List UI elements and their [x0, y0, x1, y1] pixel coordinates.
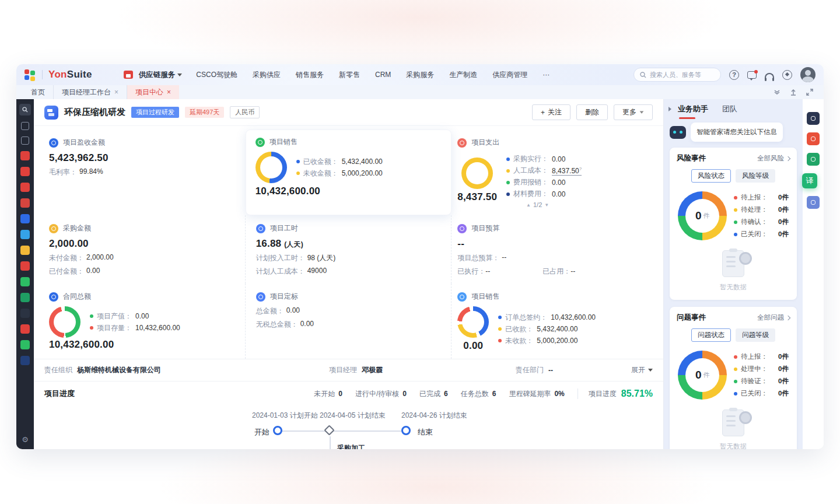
- quick-action-icon[interactable]: [807, 112, 820, 125]
- assistant-tabs: 业务助手 团队: [670, 99, 797, 119]
- quick-action-icon[interactable]: [807, 132, 820, 145]
- nav-item-purchase-supply[interactable]: 采购供应: [253, 70, 281, 80]
- app-icon[interactable]: [20, 356, 30, 365]
- expand-toggle[interactable]: 展开: [631, 365, 653, 375]
- metric-grid: 项目盈收金额 5,423,962.50 毛利率：99.84% 项目销售 已收金额…: [34, 126, 663, 359]
- all-risks-link[interactable]: 全部风险: [757, 154, 790, 163]
- translate-icon[interactable]: 译: [802, 173, 817, 188]
- expense-total: 8,437.50: [457, 191, 497, 203]
- project-dashboard: 环保压缩机研发 项目过程研发 延期497天 人民币 +关注 删除 更多 项目盈收…: [34, 99, 664, 449]
- settings-gear-icon[interactable]: ⚙: [22, 436, 29, 443]
- end-milestone-node[interactable]: [401, 426, 411, 435]
- tab-team[interactable]: 团队: [722, 99, 737, 119]
- legend-item: 已关闭：0件: [734, 230, 789, 239]
- support-headset-icon[interactable]: [765, 73, 774, 79]
- store-icon[interactable]: [124, 71, 133, 79]
- app-icon[interactable]: [20, 167, 30, 176]
- legend-item: 待验证：0件: [734, 377, 789, 386]
- collapse-panel-icon[interactable]: [668, 106, 674, 113]
- issue-level-tab[interactable]: 问题等级: [736, 328, 775, 342]
- document-icon[interactable]: [21, 122, 29, 130]
- global-search[interactable]: [634, 68, 721, 82]
- nav-item-supplier-mgmt[interactable]: 供应商管理: [492, 70, 527, 80]
- nav-item-purchase-service[interactable]: 采购服务: [406, 70, 434, 80]
- explore-icon[interactable]: [782, 70, 792, 80]
- app-icon[interactable]: [20, 198, 30, 208]
- app-icon[interactable]: [20, 293, 30, 302]
- nav-item-new-retail[interactable]: 新零售: [339, 70, 360, 80]
- milestone-date: 2024-04-05 计划结束: [320, 411, 386, 421]
- metric-label: 毛利率：: [49, 167, 77, 177]
- tabbar: 首页 项目经理工作台× 项目中心×: [16, 85, 824, 99]
- help-icon[interactable]: ?: [729, 70, 739, 80]
- app-icon[interactable]: [20, 340, 30, 349]
- nav-supply-chain[interactable]: 供应链服务: [139, 70, 183, 80]
- nav-item-csco[interactable]: CSCO驾驶舱: [196, 70, 237, 80]
- all-issues-link[interactable]: 全部问题: [757, 313, 790, 322]
- upload-icon[interactable]: [790, 89, 797, 96]
- app-icon[interactable]: [20, 246, 30, 255]
- tab-project-center[interactable]: 项目中心×: [127, 85, 179, 99]
- risk-level-tab[interactable]: 风险等级: [736, 169, 775, 183]
- yonyou-logo-icon: [24, 69, 35, 80]
- search-icon: [640, 72, 646, 78]
- nav-item-sales-service[interactable]: 销售服务: [296, 70, 324, 80]
- pager-down-icon[interactable]: ▼: [544, 202, 549, 208]
- legend-item: 采购实行：0.00: [506, 154, 646, 164]
- project-type-badge: 项目过程研发: [131, 107, 179, 118]
- delete-button[interactable]: 删除: [576, 104, 608, 120]
- org-value: 杨斯维特机械设备有限公司: [77, 365, 161, 375]
- sales-donut-chart: [256, 152, 287, 183]
- app-window: YonSuite 供应链服务 CSCO驾驶舱 采购供应 销售服务 新零售 CRM…: [16, 64, 824, 449]
- message-icon[interactable]: [747, 71, 757, 79]
- mid-milestone-node[interactable]: [324, 425, 334, 435]
- search-icon[interactable]: [19, 104, 31, 116]
- follow-button[interactable]: +关注: [532, 104, 570, 120]
- pager-up-icon[interactable]: ▲: [526, 202, 531, 208]
- app-icon[interactable]: [20, 324, 30, 334]
- labor-cost-link[interactable]: 8,437.50?: [552, 166, 582, 176]
- timeline-branch-line: [330, 436, 331, 449]
- fullscreen-icon[interactable]: [806, 89, 813, 96]
- tab-home[interactable]: 首页: [22, 85, 54, 99]
- search-input[interactable]: [650, 71, 714, 78]
- start-milestone-node[interactable]: [273, 426, 282, 435]
- avatar[interactable]: [800, 67, 816, 82]
- progress-stats: 未开始0 进行中/待审核0 已完成6 任务总数6 里程碑延期率0% 项目进度85…: [314, 388, 653, 399]
- quick-action-icon[interactable]: [807, 153, 820, 166]
- app-icon[interactable]: [20, 151, 30, 160]
- legend-item: 费用报销：0.00: [506, 177, 646, 187]
- collapse-tabs-icon[interactable]: [774, 90, 780, 94]
- legend-item: 项目存量：10,432,600.00: [90, 323, 237, 333]
- expense-donut-chart: [461, 158, 493, 189]
- pm-label: 项目经理: [329, 365, 357, 375]
- start-label: 开始: [254, 427, 270, 438]
- chat-icon[interactable]: [21, 136, 29, 145]
- app-body: ⚙ 环保压缩机研发 项目过程研发 延期497天 人民币 +关注 删除 更多: [16, 99, 824, 449]
- app-icon[interactable]: [20, 277, 30, 286]
- nav-item-crm[interactable]: CRM: [375, 71, 391, 79]
- task-name[interactable]: 采购加工: [337, 443, 365, 449]
- page-background: YonSuite 供应链服务 CSCO驾驶舱 采购供应 销售服务 新零售 CRM…: [0, 0, 840, 504]
- tabbar-actions: [774, 89, 818, 96]
- app-icon[interactable]: [20, 261, 30, 271]
- more-button[interactable]: 更多: [614, 104, 653, 120]
- quick-action-icon[interactable]: [807, 196, 820, 209]
- nav-item-manufacturing[interactable]: 生产制造: [449, 70, 477, 80]
- close-icon[interactable]: ×: [114, 88, 118, 96]
- dept-value: --: [548, 366, 553, 374]
- risk-donut-chart: 0件: [678, 191, 727, 240]
- app-icon[interactable]: [20, 214, 30, 223]
- close-icon[interactable]: ×: [167, 88, 171, 96]
- contract-total-value: 10,432,600.00: [49, 339, 237, 351]
- tab-business-assistant[interactable]: 业务助手: [678, 99, 708, 119]
- nav-more[interactable]: ···: [542, 71, 550, 79]
- risk-status-tab[interactable]: 风险状态: [691, 169, 731, 183]
- app-icon[interactable]: [20, 230, 30, 239]
- header-actions: +关注 删除 更多: [532, 104, 653, 120]
- tab-pm-workbench[interactable]: 项目经理工作台×: [54, 85, 127, 99]
- app-icon[interactable]: [20, 183, 30, 192]
- issue-status-tab[interactable]: 问题状态: [691, 328, 731, 342]
- metric-value: 99.84%: [79, 167, 103, 177]
- app-icon[interactable]: [20, 309, 30, 318]
